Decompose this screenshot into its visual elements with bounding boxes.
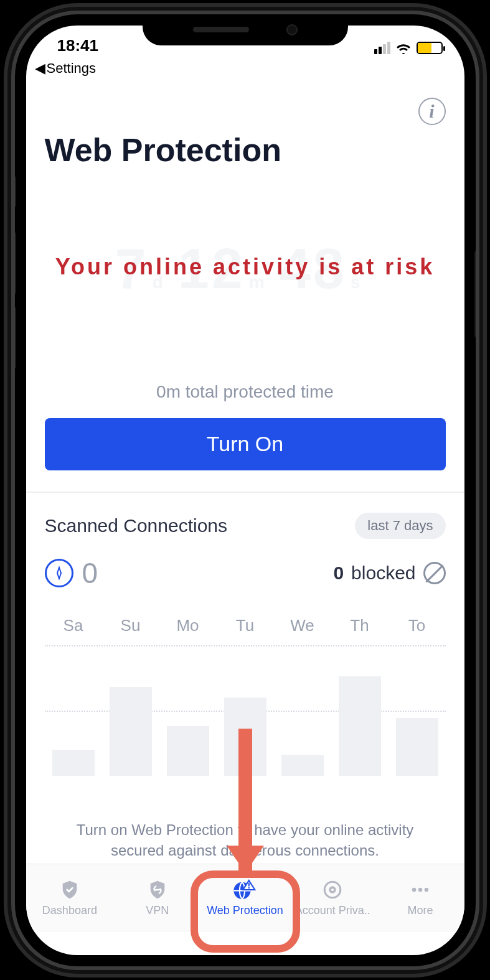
power-button[interactable] [474,251,476,338]
globe-alert-icon [233,879,257,900]
wifi-icon [395,42,412,54]
tab-more[interactable]: More [377,864,464,932]
svg-point-6 [331,889,334,891]
page-title: Web Protection [26,125,464,169]
speaker-grille [193,27,249,32]
more-icon [410,879,431,900]
front-camera [286,24,298,35]
chart-day-label: To [389,616,446,635]
chart-bar [167,726,209,776]
scanned-connections-title: Scanned Connections [45,515,356,536]
turn-on-button[interactable]: Turn On [45,418,446,470]
tab-label: Account Priva.. [295,904,370,917]
shield-check-icon [59,879,80,900]
chart-bar [281,755,324,776]
tab-label: Dashboard [42,904,97,917]
blocked-icon [423,562,446,584]
chart-bar [224,698,266,776]
chart-day-label: We [274,616,331,635]
svg-rect-2 [248,883,250,886]
screen: 18:41 ◀ Settings [26,26,464,955]
risk-warning-text: Your online activity is at risk [26,254,464,280]
mute-switch[interactable] [15,176,16,207]
chart-day-label: Tu [217,616,274,635]
background-clock: 7d12m48s Your online activity is at risk [26,237,464,301]
info-button[interactable]: i [418,98,446,125]
scanned-total-count: 0 [82,556,98,590]
volume-down-button[interactable] [15,307,16,369]
scanned-chart: SaSuMoTuWeThTo [26,594,464,776]
compass-icon [45,559,73,587]
blocked-label: blocked [351,562,415,584]
status-time: 18:41 [57,36,99,55]
chart-day-label: Th [331,616,389,635]
tab-dashboard[interactable]: Dashboard [26,864,114,932]
chart-day-label: Su [102,616,159,635]
protected-time-text: 0m total protected time [26,382,464,402]
tab-vpn[interactable]: VPN [113,864,201,932]
tab-label: VPN [146,904,169,917]
tab-label: More [408,904,433,917]
svg-point-7 [412,887,417,892]
privacy-icon [322,879,343,900]
blocked-counter: 0 blocked [333,562,445,584]
tab-label: Web Protection [207,904,283,917]
info-icon: i [429,101,434,122]
svg-point-9 [425,887,429,892]
tab-account-privacy[interactable]: Account Priva.. [289,864,377,932]
svg-rect-3 [248,887,250,889]
chevron-left-icon: ◀ [35,60,45,77]
chart-bar [110,687,152,776]
blocked-count: 0 [333,562,344,584]
date-range-pill[interactable]: last 7 days [355,513,445,539]
bottom-hint-text: Turn on Web Protection to have your onli… [26,776,464,864]
phone-frame: 18:41 ◀ Settings [15,14,476,966]
tab-web-protection[interactable]: Web Protection [201,864,289,932]
battery-icon [417,42,443,54]
device-notch [143,14,348,45]
back-to-settings-button[interactable]: ◀ Settings [26,57,464,77]
back-label: Settings [47,60,97,77]
chart-bar [396,718,438,775]
chart-day-label: Sa [45,616,102,635]
volume-up-button[interactable] [15,232,16,294]
turn-on-label: Turn On [207,432,283,456]
link-shield-icon [147,879,168,900]
svg-point-8 [418,887,423,892]
chart-bar [52,750,95,776]
chart-bar [339,676,381,776]
cellular-signal-icon [374,42,390,54]
svg-marker-0 [57,567,61,579]
tab-bar: Dashboard VPN [26,864,464,932]
chart-day-label: Mo [159,616,217,635]
